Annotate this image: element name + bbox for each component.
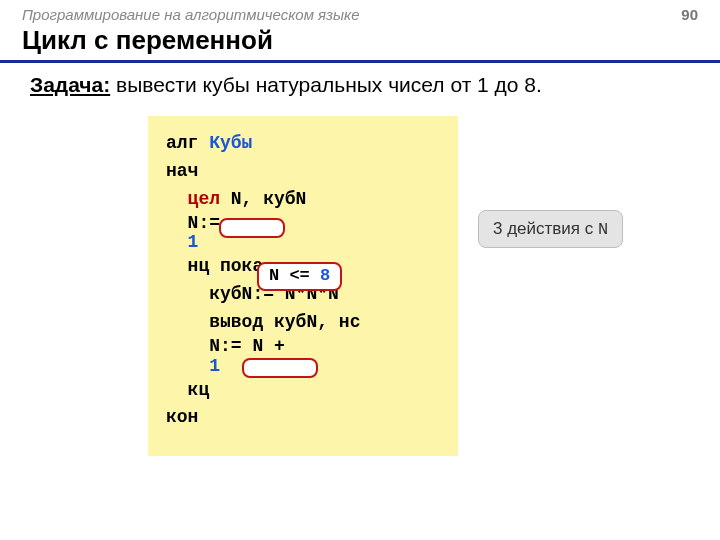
- line-begin: нач: [166, 158, 442, 186]
- page-number: 90: [681, 6, 698, 23]
- task-label: Задача:: [30, 73, 110, 96]
- highlight-increment: [242, 358, 318, 378]
- line-alg: алг Кубы: [166, 130, 442, 158]
- highlight-init: [219, 218, 285, 238]
- course-label: Программирование на алгоритмическом язык…: [22, 6, 360, 23]
- highlight-condition: N <= 8: [257, 262, 342, 291]
- line-endloop: кц: [166, 377, 442, 405]
- annotation-text: 3 действия с: [493, 219, 598, 238]
- annotation-callout: 3 действия с N: [478, 210, 623, 248]
- page-title: Цикл с переменной: [0, 25, 720, 63]
- annotation-var: N: [598, 220, 608, 239]
- line-end: кон: [166, 404, 442, 432]
- line-init-b: 1: [166, 233, 442, 253]
- line-out: вывод кубN, нс: [166, 309, 442, 337]
- task: Задача: вывести кубы натуральных чисел о…: [0, 73, 720, 97]
- task-text: вывести кубы натуральных чисел от 1 до 8…: [110, 73, 542, 96]
- line-init-a: N:=: [166, 214, 442, 234]
- page-header: Программирование на алгоритмическом язык…: [0, 0, 720, 25]
- line-decl: цел N, кубN: [166, 186, 442, 214]
- line-inc-a: N:= N +: [166, 337, 442, 357]
